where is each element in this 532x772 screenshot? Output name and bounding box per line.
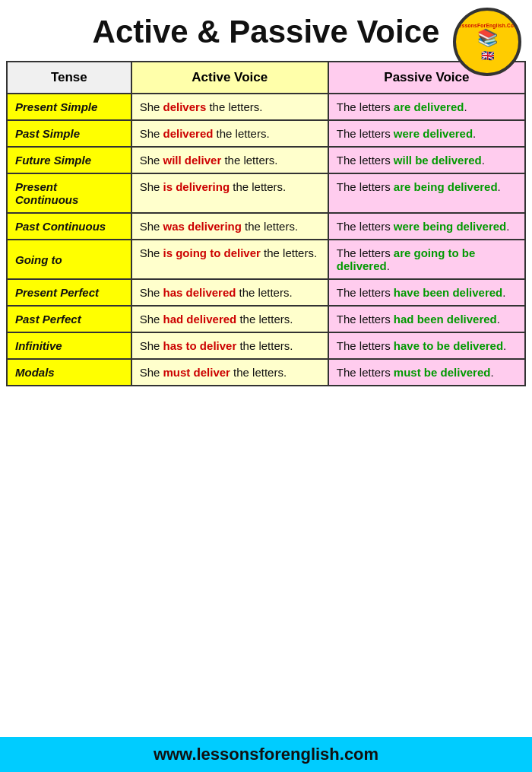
logo-inner: LessonsForEnglish.Com 📚 🇬🇧 bbox=[457, 11, 518, 72]
cell-tense: Past Continuous bbox=[7, 213, 131, 240]
passive-verb: must be delivered bbox=[394, 366, 491, 379]
cell-passive: The letters will be delivered. bbox=[328, 147, 525, 173]
table-row: Past SimpleShe delivered the letters.The… bbox=[7, 120, 525, 147]
cell-active: She will deliver the letters. bbox=[131, 147, 328, 173]
passive-verb: had been delivered bbox=[394, 313, 497, 326]
table-row: ModalsShe must deliver the letters.The l… bbox=[7, 359, 525, 386]
cell-active: She has delivered the letters. bbox=[131, 279, 328, 306]
active-verb: delivered bbox=[163, 127, 214, 140]
col-active: Active Voice bbox=[131, 62, 328, 94]
active-verb: is delivering bbox=[163, 180, 230, 193]
cell-passive: The letters were delivered. bbox=[328, 120, 525, 147]
cell-passive: The letters were being delivered. bbox=[328, 213, 525, 240]
table-row: Present SimpleShe delivers the letters.T… bbox=[7, 94, 525, 120]
table-row: Present PerfectShe has delivered the let… bbox=[7, 279, 525, 306]
table-row: Future SimpleShe will deliver the letter… bbox=[7, 147, 525, 173]
passive-verb: are delivered bbox=[394, 100, 464, 113]
page-footer: www.lessonsforenglish.com bbox=[0, 737, 532, 772]
cell-passive: The letters have been delivered. bbox=[328, 279, 525, 306]
logo-text-arc: LessonsForEnglish.Com bbox=[456, 23, 519, 28]
passive-verb: are going to be delivered bbox=[337, 246, 476, 272]
active-verb: had delivered bbox=[163, 313, 237, 326]
table-wrapper: Tense Active Voice Passive Voice Present… bbox=[0, 61, 532, 737]
active-verb: must deliver bbox=[163, 366, 230, 379]
cell-tense: Present Perfect bbox=[7, 279, 131, 306]
table-header-row: Tense Active Voice Passive Voice bbox=[7, 62, 525, 94]
passive-verb: were being delivered bbox=[394, 220, 506, 233]
table-row: Present ContinuousShe is delivering the … bbox=[7, 173, 525, 213]
cell-tense: Future Simple bbox=[7, 147, 131, 173]
active-verb: was delivering bbox=[163, 220, 242, 233]
logo-book-icon: 📚 bbox=[477, 28, 498, 48]
cell-tense: Present Simple bbox=[7, 94, 131, 120]
passive-verb: have been delivered bbox=[394, 286, 502, 299]
active-verb: is going to deliver bbox=[163, 246, 261, 259]
logo-flag-icon: 🇬🇧 bbox=[481, 49, 494, 62]
cell-tense: Modals bbox=[7, 359, 131, 386]
active-verb: delivers bbox=[163, 100, 207, 113]
cell-active: She delivered the letters. bbox=[131, 120, 328, 147]
active-verb: has delivered bbox=[163, 286, 236, 299]
cell-active: She must deliver the letters. bbox=[131, 359, 328, 386]
page-title: Active & Passive Voice bbox=[8, 14, 524, 50]
cell-passive: The letters are being delivered. bbox=[328, 173, 525, 213]
cell-tense: Present Continuous bbox=[7, 173, 131, 213]
cell-passive: The letters have to be delivered. bbox=[328, 332, 525, 359]
table-row: InfinitiveShe has to deliver the letters… bbox=[7, 332, 525, 359]
cell-tense: Going to bbox=[7, 240, 131, 279]
footer-url: www.lessonsforenglish.com bbox=[154, 745, 378, 764]
cell-passive: The letters are going to be delivered. bbox=[328, 240, 525, 279]
passive-verb: have to be delivered bbox=[394, 339, 503, 352]
active-verb: will deliver bbox=[163, 154, 222, 167]
cell-active: She is delivering the letters. bbox=[131, 173, 328, 213]
voice-table: Tense Active Voice Passive Voice Present… bbox=[6, 61, 526, 386]
active-verb: has to deliver bbox=[163, 339, 237, 352]
cell-tense: Infinitive bbox=[7, 332, 131, 359]
cell-active: She had delivered the letters. bbox=[131, 306, 328, 332]
cell-active: She was delivering the letters. bbox=[131, 213, 328, 240]
cell-passive: The letters are delivered. bbox=[328, 94, 525, 120]
table-row: Going toShe is going to deliver the lett… bbox=[7, 240, 525, 279]
passive-verb: are being delivered bbox=[394, 180, 498, 193]
table-row: Past PerfectShe had delivered the letter… bbox=[7, 306, 525, 332]
col-tense: Tense bbox=[7, 62, 131, 94]
page-header: Active & Passive Voice LessonsForEnglish… bbox=[0, 0, 532, 61]
cell-tense: Past Perfect bbox=[7, 306, 131, 332]
cell-active: She is going to deliver the letters. bbox=[131, 240, 328, 279]
cell-passive: The letters must be delivered. bbox=[328, 359, 525, 386]
table-row: Past ContinuousShe was delivering the le… bbox=[7, 213, 525, 240]
cell-active: She has to deliver the letters. bbox=[131, 332, 328, 359]
passive-verb: will be delivered bbox=[394, 154, 482, 167]
logo: LessonsForEnglish.Com 📚 🇬🇧 bbox=[453, 8, 521, 76]
cell-active: She delivers the letters. bbox=[131, 94, 328, 120]
cell-passive: The letters had been delivered. bbox=[328, 306, 525, 332]
cell-tense: Past Simple bbox=[7, 120, 131, 147]
passive-verb: were delivered bbox=[394, 127, 473, 140]
